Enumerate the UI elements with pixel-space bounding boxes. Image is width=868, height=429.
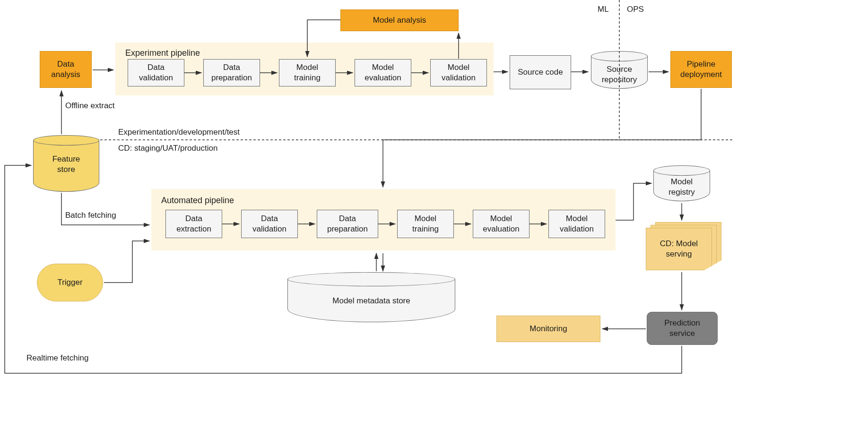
automated-pipeline-title: Automated pipeline (161, 195, 234, 206)
model-analysis-box: Model analysis (340, 9, 459, 31)
model-metadata-store-cylinder: Model metadata store (287, 279, 455, 322)
auto-step-data-preparation: Data preparation (317, 210, 378, 238)
divider-top-label: Experimentation/development/test (118, 128, 240, 137)
model-metadata-store-label: Model metadata store (288, 296, 455, 306)
batch-fetching-label: Batch fetching (65, 211, 116, 220)
exp-step-model-validation: Model validation (430, 59, 487, 86)
realtime-fetching-label: Realtime fetching (26, 353, 88, 363)
exp-step-model-evaluation: Model evaluation (355, 59, 411, 86)
auto-step-data-extraction: Data extraction (165, 210, 222, 238)
source-repository-label: Source repository (591, 64, 647, 85)
model-registry-label: Model registry (654, 177, 710, 197)
trigger-shape: Trigger (37, 264, 103, 301)
auto-step-model-validation: Model validation (548, 210, 605, 238)
trigger-label: Trigger (57, 278, 82, 287)
auto-step-data-validation: Data validation (241, 210, 298, 238)
exp-step-model-training: Model training (279, 59, 336, 86)
source-code-box: Source code (510, 55, 571, 89)
auto-step-model-evaluation: Model evaluation (473, 210, 529, 238)
exp-step-data-preparation: Data preparation (203, 59, 260, 86)
feature-store-label: Feature store (34, 154, 99, 175)
cd-model-serving-doc-1: CD: Model serving (646, 228, 712, 270)
experiment-pipeline-title: Experiment pipeline (125, 48, 200, 59)
ops-label: OPS (627, 5, 644, 14)
auto-step-model-training: Model training (397, 210, 454, 238)
pipeline-deployment-box: Pipeline deployment (670, 51, 732, 88)
exp-step-data-validation: Data validation (128, 59, 184, 86)
prediction-service-box: Prediction service (647, 312, 718, 345)
data-analysis-box: Data analysis (40, 51, 92, 88)
ml-label: ML (598, 5, 609, 14)
monitoring-box: Monitoring (496, 316, 600, 342)
divider-bottom-label: CD: staging/UAT/production (118, 144, 217, 153)
model-registry-cylinder: Model registry (653, 170, 710, 201)
source-repository-cylinder: Source repository (591, 56, 648, 89)
feature-store-cylinder: Feature store (33, 140, 99, 192)
offline-extract-label: Offline extract (65, 101, 115, 111)
